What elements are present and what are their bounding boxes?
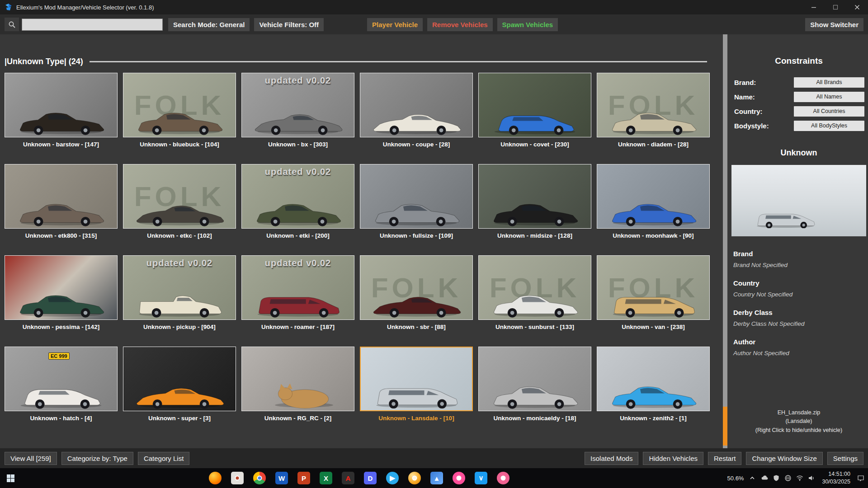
vehicle-thumbnail[interactable]: EC 999 xyxy=(5,347,118,411)
vehicle-thumbnail[interactable] xyxy=(5,255,118,320)
categorize-by-button[interactable]: Categorize by: Type xyxy=(61,452,133,465)
vehicle-thumbnail[interactable]: updated v0.02 xyxy=(241,255,354,320)
pink-app-2-icon[interactable] xyxy=(497,472,509,484)
constraint-value-button[interactable]: All BodyStyles xyxy=(794,121,864,131)
vehicle-thumbnail[interactable] xyxy=(478,347,591,411)
view-all-button[interactable]: View All [259] xyxy=(5,452,57,465)
vehicle-thumbnail[interactable] xyxy=(597,347,710,411)
wifi-tray-icon[interactable] xyxy=(796,474,803,482)
search-mode-button[interactable]: Search Mode: General xyxy=(168,18,250,31)
isolated-mods-button[interactable]: Isolated Mods xyxy=(585,452,638,465)
search-input[interactable] xyxy=(22,19,163,31)
vehicle-thumbnail[interactable] xyxy=(360,164,473,229)
vehicle-card[interactable]: FOLK Unknown - diadem - [28] xyxy=(597,73,710,148)
file-info[interactable]: EH_Lansdale.zip(Lansdale)(Right Click to… xyxy=(731,408,867,435)
vehicle-thumbnail[interactable] xyxy=(360,347,473,411)
settings-button[interactable]: Settings xyxy=(827,452,863,465)
vehicle-thumbnail[interactable] xyxy=(123,347,236,411)
tray-chevron-icon[interactable] xyxy=(749,474,756,482)
vscode-icon[interactable]: ∨ xyxy=(475,472,487,484)
vehicle-label: Unknown - RG_RC - [2] xyxy=(241,415,354,422)
player-vehicle-button[interactable]: Player Vehicle xyxy=(367,18,423,31)
vehicle-card[interactable]: FOLK Unknown - sbr - [88] xyxy=(360,255,473,330)
vehicle-thumbnail[interactable] xyxy=(478,73,591,137)
change-window-size-button[interactable]: Change Window Size xyxy=(746,452,822,465)
remove-vehicles-button[interactable]: Remove Vehicles xyxy=(427,18,493,31)
show-switcher-button[interactable]: Show Switcher xyxy=(805,18,863,31)
vehicle-card[interactable]: FOLK Unknown - sunburst - [133] xyxy=(478,255,591,330)
vehicle-card[interactable]: updated v0.02 Unknown - roamer - [187] xyxy=(241,255,354,330)
shield-tray-icon[interactable] xyxy=(773,474,780,482)
vehicle-card[interactable]: Unknown - coupe - [28] xyxy=(360,73,473,148)
excel-icon[interactable]: X xyxy=(320,472,332,484)
vehicle-card[interactable]: Unknown - barstow - [147] xyxy=(5,73,118,148)
vehicle-card[interactable]: updated v0.02 Unknown - etki - [200] xyxy=(241,164,354,239)
vehicle-card[interactable]: Unknown - etk800 - [315] xyxy=(5,164,118,239)
vehicle-thumbnail[interactable] xyxy=(241,347,354,411)
firefox-icon[interactable] xyxy=(209,472,222,484)
vehicle-thumbnail[interactable] xyxy=(478,164,591,229)
vehicle-thumbnail[interactable]: FOLK xyxy=(123,164,236,229)
constraint-value-button[interactable]: All Countries xyxy=(794,106,864,117)
taskbar-clock[interactable]: 14:51:00 30/03/2025 xyxy=(822,470,850,486)
vehicle-thumbnail[interactable]: FOLK xyxy=(360,255,473,320)
telegram-icon[interactable]: ▶ xyxy=(386,472,399,484)
maximize-button[interactable] xyxy=(825,0,846,14)
start-button[interactable] xyxy=(0,468,21,488)
vehicle-card[interactable]: Unknown - covet - [230] xyxy=(478,73,591,148)
vehicle-thumbnail[interactable]: updated v0.02 xyxy=(241,73,354,137)
vehicle-thumbnail[interactable]: FOLK xyxy=(597,73,710,137)
vehicle-thumbnail[interactable] xyxy=(597,164,710,229)
minimize-button[interactable] xyxy=(803,0,825,14)
vehicle-thumbnail[interactable]: FOLK xyxy=(478,255,591,320)
app-light-icon[interactable] xyxy=(231,472,244,484)
vehicle-card[interactable]: Unknown - midsize - [128] xyxy=(478,164,591,239)
vehicle-card[interactable]: Unknown - moonhawk - [90] xyxy=(597,164,710,239)
globe-tray-icon[interactable] xyxy=(784,474,792,482)
powerpoint-icon[interactable]: P xyxy=(297,472,310,484)
hidden-vehicles-button[interactable]: Hidden Vehicles xyxy=(643,452,703,465)
vehicle-card[interactable]: updated v0.02 Unknown - pickup - [904] xyxy=(123,255,236,330)
constraint-value-button[interactable]: All Names xyxy=(794,92,864,102)
vehicle-thumbnail[interactable]: updated v0.02 xyxy=(123,255,236,320)
vehicle-card[interactable]: Unknown - monicaeldy - [18] xyxy=(478,347,591,422)
vehicle-card[interactable]: Unknown - super - [3] xyxy=(123,347,236,422)
vertical-scrollbar[interactable] xyxy=(723,34,727,448)
vehicle-thumbnail[interactable] xyxy=(5,73,118,137)
vehicle-card[interactable]: Unknown - RG_RC - [2] xyxy=(241,347,354,422)
vehicle-thumbnail[interactable]: FOLK xyxy=(597,255,710,320)
car-image xyxy=(12,376,110,409)
cloud-tray-icon[interactable] xyxy=(761,474,768,482)
vehicle-label: Unknown - roamer - [187] xyxy=(241,324,354,330)
vehicle-card[interactable]: Unknown - pessima - [142] xyxy=(5,255,118,330)
search-app-icon[interactable] xyxy=(408,472,421,484)
chrome-icon[interactable] xyxy=(253,472,266,484)
notification-center-icon[interactable] xyxy=(856,474,865,483)
vehicle-card[interactable]: FOLK Unknown - etkc - [102] xyxy=(123,164,236,239)
vehicle-card[interactable]: EC 999 Unknown - hatch - [4] xyxy=(5,347,118,422)
word-icon[interactable]: W xyxy=(275,472,288,484)
speaker-tray-icon[interactable] xyxy=(808,474,815,482)
photos-icon[interactable]: ▲ xyxy=(430,472,443,484)
vehicle-thumbnail[interactable]: FOLK xyxy=(123,73,236,137)
vehicle-thumbnail[interactable]: updated v0.02 xyxy=(241,164,354,229)
search-button[interactable] xyxy=(5,18,19,31)
vehicle-card[interactable]: Unknown - fullsize - [109] xyxy=(360,164,473,239)
vehicle-card[interactable]: Unknown - zenith2 - [1] xyxy=(597,347,710,422)
restart-button[interactable]: Restart xyxy=(708,452,741,465)
vehicle-thumbnail[interactable] xyxy=(360,73,473,137)
vehicle-card[interactable]: Unknown - Lansdale - [10] xyxy=(360,347,473,422)
discord-icon[interactable]: D xyxy=(364,472,377,484)
scrollbar-thumb[interactable] xyxy=(723,407,727,446)
vehicle-card[interactable]: FOLK Unknown - van - [238] xyxy=(597,255,710,330)
spawn-vehicles-button[interactable]: Spawn Vehicles xyxy=(497,18,558,31)
vehicle-card[interactable]: FOLK Unknown - bluebuck - [104] xyxy=(123,73,236,148)
constraint-value-button[interactable]: All Brands xyxy=(794,77,864,88)
vehicle-filters-button[interactable]: Vehicle Filters: Off xyxy=(254,18,324,31)
category-list-button[interactable]: Category List xyxy=(138,452,189,465)
vehicle-thumbnail[interactable] xyxy=(5,164,118,229)
acrobat-icon[interactable]: A xyxy=(342,472,354,484)
pink-app-icon[interactable] xyxy=(453,472,465,484)
close-button[interactable] xyxy=(846,0,868,14)
vehicle-card[interactable]: updated v0.02 Unknown - bx - [303] xyxy=(241,73,354,148)
